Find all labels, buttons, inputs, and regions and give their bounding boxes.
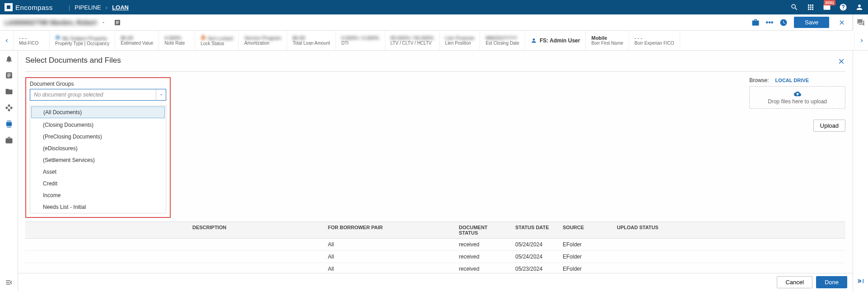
cell-description — [25, 239, 323, 250]
dropdown-option[interactable]: Income — [30, 189, 166, 201]
form-icon[interactable] — [5, 71, 13, 79]
person-icon — [531, 37, 537, 44]
cell-description — [25, 251, 323, 263]
ribbon-property[interactable]: My Subject PropertyProperty Type | Occup… — [50, 31, 115, 50]
panel-footer: Cancel Done — [18, 273, 853, 291]
breadcrumb: PIPELINE › LOAN — [75, 4, 129, 11]
chat-icon — [857, 18, 865, 27]
cell-pair: All — [323, 251, 454, 263]
dropdown-option[interactable]: (PreClosing Documents) — [30, 131, 166, 143]
inbox-icon-wrapper[interactable]: 2031 — [823, 3, 831, 12]
breadcrumb-loan[interactable]: LOAN — [112, 4, 129, 11]
dropdown-option[interactable]: Needs List - Initial — [30, 201, 166, 213]
breadcrumb-pipeline[interactable]: PIPELINE — [75, 4, 101, 11]
document-groups-highlight: Document Groups No document group select… — [25, 77, 171, 218]
ribbon-closing-date[interactable]: MM/DD/YYYYEst Closing Date — [480, 31, 525, 50]
ribbon-lock-status[interactable]: Not LockedLock Status — [195, 31, 239, 50]
user-icon[interactable] — [855, 3, 863, 11]
table-row[interactable]: Allreceived05/24/2024EFolder — [25, 251, 845, 263]
dropdown-option[interactable]: (All Documents) — [31, 106, 165, 118]
col-upload-status: UPLOAD STATUS — [612, 222, 845, 238]
move-icon[interactable] — [5, 104, 13, 112]
apps-icon[interactable] — [807, 3, 815, 11]
document-groups-label: Document Groups — [30, 81, 166, 87]
collapse-right-icon[interactable] — [857, 277, 865, 285]
cell-date: 05/24/2024 — [511, 239, 558, 250]
dropdown-option[interactable]: (Closing Documents) — [30, 119, 166, 131]
ribbon-user[interactable]: FS: Admin User — [525, 31, 586, 50]
topbar: Encompass | PIPELINE › LOAN 2031 — [0, 0, 868, 14]
panel-title: Select Documents and Files — [25, 56, 121, 65]
folder-icon[interactable] — [5, 88, 13, 96]
chevron-right-icon: › — [106, 4, 107, 11]
ribbon-mid-fico[interactable]: - - -Mid-FICO — [14, 31, 50, 50]
collapse-left-icon[interactable] — [5, 278, 13, 286]
dropdown-option[interactable]: Credit — [30, 178, 166, 189]
left-nav-rail — [0, 51, 18, 291]
cell-status: received — [454, 239, 511, 250]
save-button[interactable]: Save — [794, 17, 829, 28]
ribbon-scroll-left[interactable] — [0, 31, 14, 50]
chevron-down-icon[interactable] — [101, 20, 106, 25]
loan-number-borrower: LA0000027789 Warden, Robert — [5, 19, 97, 26]
ribbon-amortization[interactable]: Service ProgramAmortization — [239, 31, 287, 50]
divider: | — [69, 4, 70, 11]
chat-panel-toggle[interactable] — [853, 14, 868, 31]
toolbox-icon[interactable] — [751, 18, 760, 27]
ribbon-experian[interactable]: - - -Borr Experian FICO — [629, 31, 680, 50]
cell-date: 05/24/2024 — [511, 251, 558, 263]
more-options-icon[interactable]: ••• — [766, 18, 774, 27]
file-dropzone[interactable]: Drop files here to upload — [749, 86, 845, 109]
lock-icon — [201, 35, 206, 40]
ribbon-est-value[interactable]: $0.00Estimated Value — [115, 31, 159, 50]
processor-icon[interactable] — [5, 120, 13, 128]
ribbon-total-amount[interactable]: $0.00Total Loan Amount — [287, 31, 336, 50]
help-icon[interactable] — [839, 3, 847, 11]
ribbon-scroll-right[interactable] — [854, 31, 868, 50]
dropzone-text: Drop files here to upload — [768, 98, 827, 105]
cell-upload — [612, 239, 845, 250]
ribbon-mobile[interactable]: MobileBorr First Name — [586, 31, 629, 50]
search-icon[interactable] — [790, 3, 798, 11]
dropdown-option[interactable]: (Settlement Services) — [30, 154, 166, 166]
table-row[interactable]: Allreceived05/24/2024EFolder — [25, 239, 845, 251]
app-name: Encompass — [15, 4, 53, 11]
clock-icon[interactable] — [779, 18, 788, 27]
table-header-row: DESCRIPTION FOR BORROWER PAIR DOCUMENT S… — [25, 222, 845, 239]
col-description: DESCRIPTION — [188, 222, 323, 238]
right-rail — [853, 51, 868, 291]
dropdown-placeholder: No document group selected — [30, 92, 156, 98]
app-logo[interactable]: Encompass — [5, 3, 53, 11]
content-panel: Select Documents and Files Document Grou… — [18, 51, 853, 291]
ribbon-note-rate[interactable]: 4.000%Note Rate — [159, 31, 195, 50]
ribbon-dti[interactable]: 0.000% / 0.000%DTI — [336, 31, 385, 50]
notification-badge: 2031 — [824, 0, 835, 5]
cell-status: received — [454, 251, 511, 263]
col-document-status: DOCUMENT STATUS — [454, 222, 511, 238]
close-icon[interactable] — [838, 19, 845, 26]
ribbon-ltv[interactable]: 80.000% / 80.000%LTV / CLTV / HCLTV — [385, 31, 440, 50]
col-status-date: STATUS DATE — [511, 222, 558, 238]
close-icon — [837, 57, 845, 65]
chevron-right-icon — [859, 37, 865, 44]
upload-button[interactable]: Upload — [813, 120, 845, 132]
done-button[interactable]: Done — [816, 276, 847, 288]
bell-icon[interactable] — [5, 55, 13, 63]
chevron-down-icon — [159, 92, 163, 97]
encompass-logo-icon — [5, 3, 13, 11]
browse-local-drive-link[interactable]: LOCAL DRIVE — [775, 78, 809, 83]
dropdown-toggle[interactable] — [156, 89, 166, 100]
col-source: SOURCE — [558, 222, 612, 238]
close-panel-button[interactable] — [837, 57, 845, 67]
document-group-dropdown[interactable]: No document group selected — [30, 89, 166, 101]
loan-info-ribbon: - - -Mid-FICO My Subject PropertyPropert… — [0, 31, 868, 51]
cell-upload — [612, 251, 845, 263]
loan-header-bar: LA0000027789 Warden, Robert ••• Save — [0, 14, 853, 31]
dropdown-option[interactable]: (eDisclosures) — [30, 143, 166, 154]
cancel-button[interactable]: Cancel — [777, 276, 812, 288]
home-icon — [55, 35, 61, 40]
notes-icon[interactable] — [114, 19, 121, 26]
ribbon-lien[interactable]: Lien PurposeLien Position — [440, 31, 481, 50]
briefcase-icon[interactable] — [5, 136, 13, 144]
dropdown-option[interactable]: Asset — [30, 166, 166, 178]
